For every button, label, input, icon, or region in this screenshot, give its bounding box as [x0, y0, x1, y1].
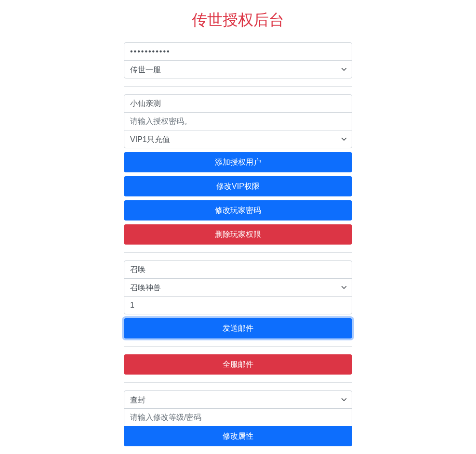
modify-vip-button[interactable]: 修改VIP权限: [124, 176, 352, 196]
user-manage-section: VIP1只充值 添加授权用户 修改VIP权限 修改玩家密码 删除玩家权限: [124, 94, 352, 253]
auth-password-input[interactable]: [124, 112, 352, 130]
send-mail-button[interactable]: 发送邮件: [124, 318, 352, 338]
admin-password-input[interactable]: [124, 42, 352, 61]
summon-select[interactable]: 召唤神兽: [124, 278, 352, 297]
modify-attribute-button[interactable]: 修改属性: [124, 426, 352, 446]
page-title: 传世授权后台: [124, 10, 352, 31]
action-select[interactable]: 查封: [124, 390, 352, 409]
level-password-input[interactable]: [124, 408, 352, 427]
server-select[interactable]: 传世一服: [124, 60, 352, 78]
mail-section: 召唤神兽 发送邮件: [124, 260, 352, 347]
add-auth-user-button[interactable]: 添加授权用户: [124, 152, 352, 172]
username-input[interactable]: [124, 94, 352, 113]
attribute-section: 查封 修改属性: [124, 390, 352, 446]
modify-player-password-button[interactable]: 修改玩家密码: [124, 200, 352, 221]
server-auth-section: 传世一服: [124, 42, 352, 87]
quantity-input[interactable]: [124, 296, 352, 314]
summon-input[interactable]: [124, 260, 352, 279]
main-container: 传世授权后台 传世一服 VIP1只充值 添加授权用户 修改VIP权限 修改玩家密…: [124, 0, 352, 454]
delete-player-permission-button[interactable]: 删除玩家权限: [124, 224, 352, 245]
global-mail-section: 全服邮件: [124, 354, 352, 383]
vip-level-select[interactable]: VIP1只充值: [124, 130, 352, 148]
global-mail-button[interactable]: 全服邮件: [124, 354, 352, 375]
